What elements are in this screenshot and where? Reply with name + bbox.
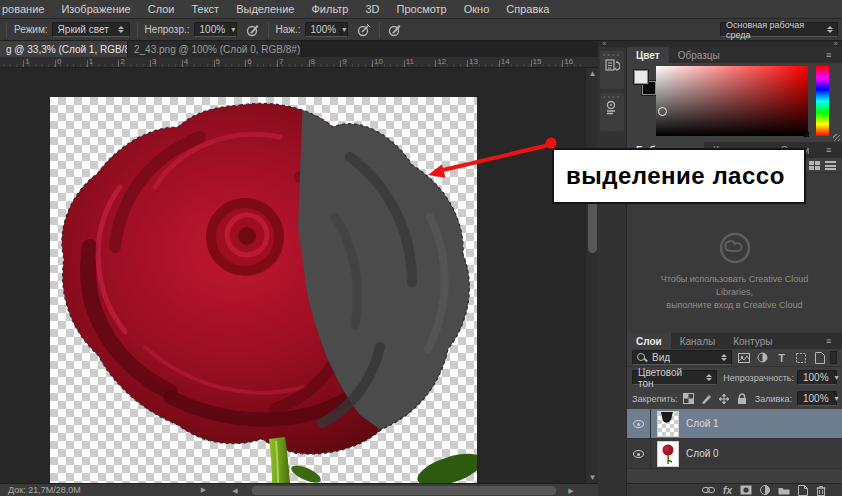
chevron-down-icon[interactable]: ▾ xyxy=(834,371,839,384)
layer-opacity-input[interactable]: 100% ▾ xyxy=(797,370,837,385)
tab-swatches[interactable]: Образцы xyxy=(669,47,729,63)
ruler-number: 3 xyxy=(152,57,156,66)
chevron-down-icon[interactable]: ▾ xyxy=(341,23,346,36)
menu-item-3[interactable]: Текст xyxy=(191,3,219,15)
document-tab-active[interactable]: g @ 33,3% (Слой 1, RGB/8*) * × xyxy=(0,41,128,57)
history-panel-button[interactable]: •••• xyxy=(600,51,624,89)
menu-item-2[interactable]: Слои xyxy=(148,3,175,15)
color-field-cursor-icon[interactable] xyxy=(658,107,667,116)
panel-menu-icon[interactable]: ≡ xyxy=(826,51,838,60)
menu-item-4[interactable]: Выделение xyxy=(236,3,294,15)
layer-thumbnail[interactable] xyxy=(657,411,679,437)
delete-layer-trash-icon[interactable] xyxy=(816,484,826,496)
color-saturation-field[interactable] xyxy=(656,66,808,136)
chevron-down-icon[interactable]: ▾ xyxy=(230,23,235,36)
creative-cloud-logo xyxy=(718,231,752,265)
lock-transparency-icon[interactable] xyxy=(681,392,696,406)
layer-filter-value: Вид xyxy=(647,352,719,363)
flow-input[interactable]: 100% ▾ xyxy=(305,22,348,37)
vertical-scrollbar-thumb[interactable] xyxy=(588,198,597,253)
panel-menu-icon[interactable]: ≡ xyxy=(826,146,838,155)
ruler-tick xyxy=(562,60,563,67)
filter-type-layers-icon[interactable]: T xyxy=(774,351,789,364)
clone-source-panel-button[interactable]: •••• xyxy=(600,93,624,131)
layer-visibility-toggle[interactable] xyxy=(627,409,651,439)
horizontal-scrollbar-thumb[interactable] xyxy=(252,486,556,495)
ruler-tick xyxy=(340,60,341,67)
document-tab-bar: g @ 33,3% (Слой 1, RGB/8*) * × 2_43.png … xyxy=(0,41,598,57)
workspace-select[interactable]: Основная рабочая среда xyxy=(720,22,838,37)
layer-name: Слой 1 xyxy=(686,418,719,429)
ruler-number: 1 xyxy=(25,57,29,66)
menu-item-7[interactable]: Просмотр xyxy=(396,3,446,15)
layer-visibility-toggle[interactable] xyxy=(627,439,651,469)
chevron-down-icon[interactable]: ▾ xyxy=(834,392,839,405)
status-popup-arrow-icon[interactable]: ▶ xyxy=(201,486,206,494)
opacity-input[interactable]: 100% ▾ xyxy=(194,22,237,37)
hue-slider[interactable] xyxy=(816,66,829,136)
menu-item-1[interactable]: Изображение xyxy=(61,3,130,15)
ruler-number: 14 xyxy=(501,57,510,66)
lock-pixels-brush-icon[interactable] xyxy=(699,392,714,406)
filter-shape-layers-icon[interactable] xyxy=(793,351,808,364)
menu-item-6[interactable]: 3D xyxy=(365,3,379,15)
foreground-color-swatch[interactable] xyxy=(633,69,649,85)
lock-all-icon[interactable] xyxy=(735,392,750,406)
ruler-number: 12 xyxy=(437,57,446,66)
vertical-scrollbar[interactable]: ▲ ▼ xyxy=(585,68,598,483)
ruler-number: 15 xyxy=(533,57,542,66)
layer-filter-select[interactable]: Вид xyxy=(632,350,732,365)
blend-mode-select[interactable]: Яркий свет xyxy=(52,22,130,37)
layer-row-0[interactable]: Слой 0 xyxy=(627,439,842,469)
layer-filter-toggle[interactable] xyxy=(830,351,837,364)
layer-blend-mode-select[interactable]: Цветовой тон xyxy=(632,370,717,385)
new-adjustment-layer-icon[interactable] xyxy=(760,484,770,496)
menu-item-0[interactable]: рование xyxy=(2,3,44,15)
layer-style-fx-icon[interactable]: fx xyxy=(723,484,732,496)
filter-smart-objects-icon[interactable] xyxy=(812,351,827,364)
add-layer-mask-icon[interactable] xyxy=(740,484,752,496)
document-tab-inactive[interactable]: 2_43.png @ 100% (Слой 0, RGB/8#) * × xyxy=(128,41,302,57)
menu-item-5[interactable]: Фильтр xyxy=(311,3,348,15)
ruler-number: 13 xyxy=(469,57,478,66)
filter-adjustment-layers-icon[interactable] xyxy=(755,351,770,364)
pressure-size-icon[interactable] xyxy=(387,22,403,38)
scroll-right-icon[interactable]: ▶ xyxy=(566,485,576,496)
ruler-number: 4 xyxy=(184,57,188,66)
eye-icon xyxy=(633,420,644,428)
new-group-folder-icon[interactable] xyxy=(778,484,790,496)
tab-color[interactable]: Цвет xyxy=(627,47,669,63)
new-layer-icon[interactable] xyxy=(798,484,808,496)
ruler-number: 2 xyxy=(120,57,124,66)
updown-arrows-icon xyxy=(117,26,126,33)
scroll-left-icon[interactable]: ◀ xyxy=(230,485,240,496)
panel-resize-grip[interactable] xyxy=(833,134,840,141)
canvas-transparency-checkerboard[interactable] xyxy=(50,97,477,483)
list-view-icon[interactable] xyxy=(825,161,836,170)
layer-fill-value: 100% xyxy=(798,393,834,404)
ruler-tick xyxy=(245,60,246,67)
panel-menu-icon[interactable]: ≡ xyxy=(826,337,838,346)
ruler-number: 11 xyxy=(406,57,414,66)
tab-paths[interactable]: Контуры xyxy=(724,333,781,349)
tab-channels[interactable]: Каналы xyxy=(671,333,725,349)
link-layers-icon[interactable] xyxy=(702,484,715,496)
ruler-number: 9 xyxy=(342,57,346,66)
layer-thumbnail[interactable] xyxy=(657,441,679,467)
filter-pixel-layers-icon[interactable] xyxy=(736,351,751,364)
pressure-opacity-icon[interactable] xyxy=(245,22,261,38)
horizontal-scrollbar[interactable]: ◀ ▶ xyxy=(230,485,576,496)
airbrush-icon[interactable] xyxy=(356,22,372,38)
grid-view-icon[interactable] xyxy=(809,161,820,170)
document-viewport[interactable] xyxy=(0,68,585,483)
menu-item-8[interactable]: Окно xyxy=(464,3,490,15)
ruler-tick xyxy=(150,60,151,67)
layer-row-1[interactable]: Слой 1 xyxy=(627,409,842,439)
layers-lock-row: Закрепить: Заливка: 100% ▾ xyxy=(627,388,842,409)
menu-item-9[interactable]: Справка xyxy=(506,3,549,15)
ruler-tick xyxy=(55,60,56,67)
tab-layers[interactable]: Слои xyxy=(627,333,671,349)
ruler-number: 10 xyxy=(374,57,383,66)
layer-fill-input[interactable]: 100% ▾ xyxy=(797,391,837,406)
lock-position-icon[interactable] xyxy=(717,392,732,406)
